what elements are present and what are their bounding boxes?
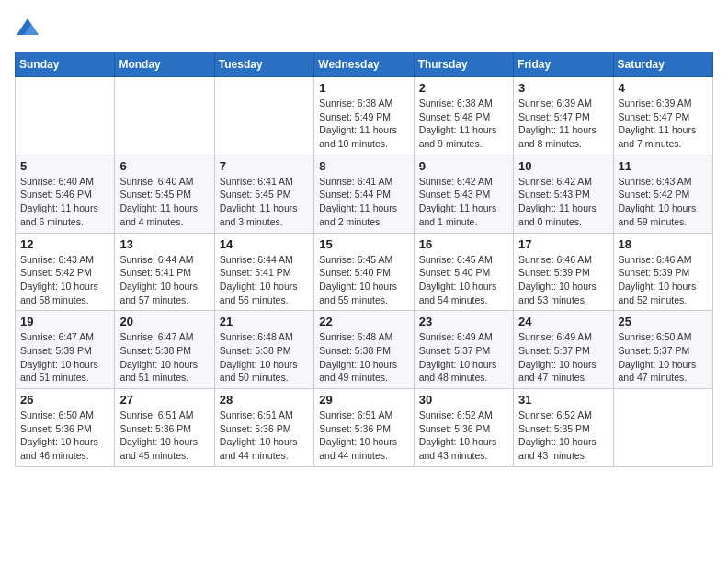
logo-icon	[15, 15, 40, 40]
day-number: 17	[518, 237, 608, 251]
calendar-cell: 22Sunrise: 6:48 AM Sunset: 5:38 PM Dayli…	[314, 311, 414, 389]
col-header-tuesday: Tuesday	[214, 52, 313, 77]
day-info: Sunrise: 6:47 AM Sunset: 5:39 PM Dayligh…	[20, 330, 109, 385]
calendar-cell: 29Sunrise: 6:51 AM Sunset: 5:36 PM Dayli…	[314, 389, 414, 467]
day-number: 22	[319, 315, 408, 328]
calendar-cell: 11Sunrise: 6:43 AM Sunset: 5:42 PM Dayli…	[613, 155, 712, 233]
calendar-cell: 31Sunrise: 6:52 AM Sunset: 5:35 PM Dayli…	[514, 389, 613, 467]
calendar-cell: 9Sunrise: 6:42 AM Sunset: 5:43 PM Daylig…	[414, 155, 513, 233]
day-number: 19	[20, 315, 109, 328]
day-number: 21	[220, 315, 309, 328]
day-number: 28	[220, 393, 309, 407]
day-number: 24	[518, 315, 608, 328]
day-info: Sunrise: 6:52 AM Sunset: 5:36 PM Dayligh…	[419, 408, 508, 463]
day-number: 31	[518, 393, 608, 407]
day-info: Sunrise: 6:42 AM Sunset: 5:43 PM Dayligh…	[419, 175, 508, 229]
day-info: Sunrise: 6:48 AM Sunset: 5:38 PM Dayligh…	[220, 330, 309, 385]
day-number: 27	[119, 393, 209, 407]
col-header-friday: Friday	[514, 52, 613, 77]
calendar-cell	[613, 389, 712, 467]
calendar-cell: 16Sunrise: 6:45 AM Sunset: 5:40 PM Dayli…	[414, 233, 513, 311]
calendar-cell: 8Sunrise: 6:41 AM Sunset: 5:44 PM Daylig…	[314, 155, 414, 233]
day-info: Sunrise: 6:44 AM Sunset: 5:41 PM Dayligh…	[220, 253, 309, 307]
day-number: 8	[319, 159, 408, 173]
day-info: Sunrise: 6:49 AM Sunset: 5:37 PM Dayligh…	[419, 330, 508, 385]
calendar-cell: 30Sunrise: 6:52 AM Sunset: 5:36 PM Dayli…	[414, 389, 513, 467]
col-header-monday: Monday	[115, 52, 214, 77]
col-header-sunday: Sunday	[16, 52, 115, 77]
day-info: Sunrise: 6:50 AM Sunset: 5:37 PM Dayligh…	[619, 330, 708, 385]
day-info: Sunrise: 6:43 AM Sunset: 5:42 PM Dayligh…	[20, 253, 109, 307]
day-number: 2	[419, 81, 508, 95]
page-header	[15, 15, 713, 40]
calendar-cell: 23Sunrise: 6:49 AM Sunset: 5:37 PM Dayli…	[414, 311, 513, 389]
day-info: Sunrise: 6:51 AM Sunset: 5:36 PM Dayligh…	[220, 408, 309, 463]
day-number: 6	[119, 159, 209, 173]
logo	[15, 15, 44, 40]
calendar-cell: 5Sunrise: 6:40 AM Sunset: 5:46 PM Daylig…	[16, 155, 115, 233]
calendar-cell: 13Sunrise: 6:44 AM Sunset: 5:41 PM Dayli…	[115, 233, 214, 311]
day-info: Sunrise: 6:51 AM Sunset: 5:36 PM Dayligh…	[119, 408, 209, 463]
calendar-week-2: 5Sunrise: 6:40 AM Sunset: 5:46 PM Daylig…	[16, 155, 713, 233]
calendar-cell: 6Sunrise: 6:40 AM Sunset: 5:45 PM Daylig…	[115, 155, 214, 233]
day-number: 9	[419, 159, 508, 173]
calendar-cell: 1Sunrise: 6:38 AM Sunset: 5:49 PM Daylig…	[314, 77, 414, 155]
calendar-cell: 2Sunrise: 6:38 AM Sunset: 5:48 PM Daylig…	[414, 77, 513, 155]
calendar-cell: 20Sunrise: 6:47 AM Sunset: 5:38 PM Dayli…	[115, 311, 214, 389]
calendar-cell	[115, 77, 214, 155]
day-number: 23	[419, 315, 508, 328]
calendar-cell: 27Sunrise: 6:51 AM Sunset: 5:36 PM Dayli…	[115, 389, 214, 467]
calendar-cell: 15Sunrise: 6:45 AM Sunset: 5:40 PM Dayli…	[314, 233, 414, 311]
day-number: 15	[319, 237, 408, 251]
day-number: 14	[220, 237, 309, 251]
day-info: Sunrise: 6:50 AM Sunset: 5:36 PM Dayligh…	[20, 408, 109, 463]
day-info: Sunrise: 6:52 AM Sunset: 5:35 PM Dayligh…	[518, 408, 608, 463]
calendar-cell: 25Sunrise: 6:50 AM Sunset: 5:37 PM Dayli…	[613, 311, 712, 389]
day-info: Sunrise: 6:49 AM Sunset: 5:37 PM Dayligh…	[518, 330, 608, 385]
day-info: Sunrise: 6:40 AM Sunset: 5:46 PM Dayligh…	[20, 175, 109, 229]
day-number: 26	[20, 393, 109, 407]
calendar-week-4: 19Sunrise: 6:47 AM Sunset: 5:39 PM Dayli…	[16, 311, 713, 389]
day-number: 29	[319, 393, 408, 407]
calendar-header-row: SundayMondayTuesdayWednesdayThursdayFrid…	[16, 52, 713, 77]
calendar-week-5: 26Sunrise: 6:50 AM Sunset: 5:36 PM Dayli…	[16, 389, 713, 467]
day-info: Sunrise: 6:43 AM Sunset: 5:42 PM Dayligh…	[619, 175, 708, 229]
day-number: 10	[518, 159, 608, 173]
day-number: 5	[20, 159, 109, 173]
day-number: 7	[220, 159, 309, 173]
day-info: Sunrise: 6:44 AM Sunset: 5:41 PM Dayligh…	[119, 253, 209, 307]
day-number: 20	[119, 315, 209, 328]
day-info: Sunrise: 6:45 AM Sunset: 5:40 PM Dayligh…	[419, 253, 508, 307]
calendar-cell: 26Sunrise: 6:50 AM Sunset: 5:36 PM Dayli…	[16, 389, 115, 467]
calendar-cell: 19Sunrise: 6:47 AM Sunset: 5:39 PM Dayli…	[16, 311, 115, 389]
day-info: Sunrise: 6:48 AM Sunset: 5:38 PM Dayligh…	[319, 330, 408, 385]
day-number: 12	[20, 237, 109, 251]
calendar-cell: 17Sunrise: 6:46 AM Sunset: 5:39 PM Dayli…	[514, 233, 613, 311]
day-number: 25	[619, 315, 708, 328]
calendar-cell	[214, 77, 313, 155]
day-info: Sunrise: 6:42 AM Sunset: 5:43 PM Dayligh…	[518, 175, 608, 229]
calendar-cell: 21Sunrise: 6:48 AM Sunset: 5:38 PM Dayli…	[214, 311, 313, 389]
calendar-cell: 14Sunrise: 6:44 AM Sunset: 5:41 PM Dayli…	[214, 233, 313, 311]
day-info: Sunrise: 6:46 AM Sunset: 5:39 PM Dayligh…	[619, 253, 708, 307]
day-number: 16	[419, 237, 508, 251]
calendar-cell: 12Sunrise: 6:43 AM Sunset: 5:42 PM Dayli…	[16, 233, 115, 311]
calendar-week-3: 12Sunrise: 6:43 AM Sunset: 5:42 PM Dayli…	[16, 233, 713, 311]
day-number: 11	[619, 159, 708, 173]
calendar-cell: 24Sunrise: 6:49 AM Sunset: 5:37 PM Dayli…	[514, 311, 613, 389]
calendar-table: SundayMondayTuesdayWednesdayThursdayFrid…	[15, 52, 713, 467]
day-number: 18	[619, 237, 708, 251]
day-number: 13	[119, 237, 209, 251]
calendar-week-1: 1Sunrise: 6:38 AM Sunset: 5:49 PM Daylig…	[16, 77, 713, 155]
day-number: 3	[518, 81, 608, 95]
calendar-cell: 4Sunrise: 6:39 AM Sunset: 5:47 PM Daylig…	[613, 77, 712, 155]
day-info: Sunrise: 6:41 AM Sunset: 5:45 PM Dayligh…	[220, 175, 309, 229]
day-info: Sunrise: 6:38 AM Sunset: 5:49 PM Dayligh…	[319, 97, 408, 151]
day-info: Sunrise: 6:39 AM Sunset: 5:47 PM Dayligh…	[518, 97, 608, 151]
col-header-thursday: Thursday	[414, 52, 513, 77]
day-info: Sunrise: 6:38 AM Sunset: 5:48 PM Dayligh…	[419, 97, 508, 151]
calendar-cell: 18Sunrise: 6:46 AM Sunset: 5:39 PM Dayli…	[613, 233, 712, 311]
day-info: Sunrise: 6:51 AM Sunset: 5:36 PM Dayligh…	[319, 408, 408, 463]
day-number: 30	[419, 393, 508, 407]
col-header-saturday: Saturday	[613, 52, 712, 77]
